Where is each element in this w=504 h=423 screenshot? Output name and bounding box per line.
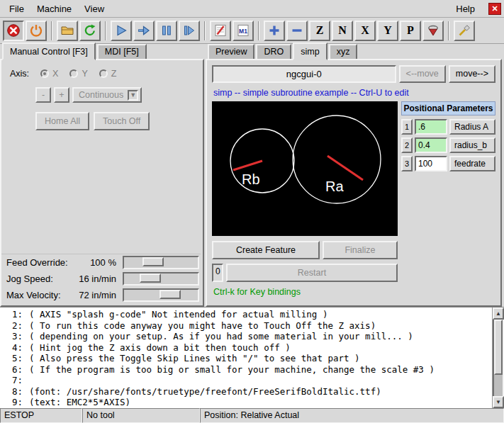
gcode-line[interactable]: 2:( To run this code anyway you might ha… [0,320,492,332]
restart-row: 0 Restart [212,264,398,282]
gcode-line[interactable]: 9:(text: EMC2*5*AXIS) [0,397,492,408]
max-velocity-value: 72 in/min [79,290,116,300]
menu-item-help[interactable]: Help [449,1,481,16]
tab-manual-control[interactable]: Manual Control [F3] [2,43,96,60]
right-panel: Preview DRO simp xyz ngcgui-0 <--move mo… [204,44,504,307]
slider-thumb[interactable] [142,257,164,266]
manual-control-panel: Manual Control [F3] MDI [F5] Axis: X Y Z [0,44,204,307]
ngcgui-name-field[interactable]: ngcgui-0 [212,65,396,83]
feed-override-label: Feed Override: [6,257,68,268]
gcode-line[interactable]: 4:( Hint jog the Z axis down a bit then … [0,342,492,354]
radio-icon [99,69,108,78]
axis-radio-x[interactable]: X [40,69,58,79]
line-text: ( To run this code anyway you might have… [29,320,376,331]
param-value-input[interactable]: 0.4 [415,137,447,153]
zoom-in-icon [267,23,281,38]
param-name-label: feedrate [449,156,495,171]
param-row: 3 100 feedrate [401,156,495,171]
jog-speed-slider[interactable] [123,272,199,286]
max-velocity-slider[interactable] [123,288,199,302]
scroll-down-icon[interactable]: ▼ [493,396,504,408]
machine-power-button[interactable] [26,21,47,41]
move-right-button[interactable]: move--> [449,65,495,83]
view-y-button[interactable]: Y [377,21,398,41]
gcode-listing: 1:( AXIS "splash g-code" Not intended fo… [0,307,504,408]
feed-override-slider[interactable] [123,256,199,269]
line-number: 1: [0,309,23,320]
line-text: ( Also press the Toggle Skip Lines with … [29,353,360,363]
view-x-button[interactable]: X [354,21,376,41]
open-file-button[interactable] [57,21,78,41]
gcode-line[interactable]: 8:(font: /usr/share/fonts/truetype/freef… [0,386,492,397]
touch-off-button[interactable]: Touch Off [94,112,150,130]
estop-button[interactable] [3,21,24,41]
slider-thumb[interactable] [140,273,161,283]
feed-override-value: 100 % [90,257,116,268]
view-perspective-icon: P [407,25,414,36]
scrollbar-trough[interactable] [493,320,504,396]
toolbar-separator [258,21,259,40]
view-z-rotated-button[interactable]: N [332,21,353,41]
scroll-up-icon[interactable]: ▲ [493,308,504,320]
gcode-lines[interactable]: 1:( AXIS "splash g-code" Not intended fo… [0,308,492,408]
axis-radio-z[interactable]: Z [99,69,117,79]
rotate-view-button[interactable] [422,21,444,41]
reload-icon [83,23,97,38]
slider-thumb[interactable] [159,290,181,299]
tab-preview[interactable]: Preview [208,44,254,60]
view-y-icon: Y [383,25,392,36]
tab-mdi[interactable]: MDI [F5] [97,44,147,60]
home-all-button[interactable]: Home All [35,112,89,130]
gcode-line[interactable]: 7: [0,375,492,386]
machine-power-icon [29,23,43,38]
statusbar: ESTOP No tool Position: Relative Actual [0,408,504,423]
gcode-line[interactable]: 1:( AXIS "splash g-code" Not intended fo… [0,309,492,320]
zoom-in-button[interactable] [264,21,285,41]
tab-xyz[interactable]: xyz [329,44,358,60]
run-step-button[interactable] [133,21,155,41]
param-row: 1 .6 Radius A [401,119,495,135]
optional-stop-button[interactable]: M1 [233,21,254,41]
open-file-icon [60,23,74,38]
zoom-out-button[interactable] [286,21,308,41]
jog-minus-button[interactable]: - [35,87,51,103]
pause-button[interactable] [156,21,177,41]
finalize-button[interactable]: Finalize [323,241,398,259]
toggle-skip-lines-button[interactable] [210,21,231,41]
line-number: 5: [0,353,23,364]
move-left-button[interactable]: <--move [399,65,446,83]
stop-button[interactable] [179,21,200,41]
jog-plus-button[interactable]: + [54,87,69,103]
tab-simp[interactable]: simp [293,43,327,60]
axis-radio-y[interactable]: Y [69,69,87,79]
status-tool: No tool [82,408,200,423]
menu-item-view[interactable]: View [78,1,111,16]
param-value-input[interactable]: .6 [415,119,447,135]
line-text: ( Hint jog the Z axis down a bit then to… [29,342,291,353]
axis-z-label: Z [111,69,117,79]
view-perspective-button[interactable]: P [400,21,421,41]
run-button[interactable] [111,21,132,41]
line-number: 8: [0,386,23,397]
menu-item-machine[interactable]: Machine [30,1,78,16]
create-feature-button[interactable]: Create Feature [212,241,320,259]
home-row: Home All Touch Off [35,112,203,130]
menu-item-file[interactable]: File [3,1,30,16]
reload-button[interactable] [79,21,101,41]
clear-plot-button[interactable] [454,21,475,41]
gcode-line[interactable]: 6:( If the program is too big or small f… [0,364,492,376]
vertical-scrollbar[interactable]: ▲ ▼ [492,308,504,408]
subroutine-description: simp -- simple subroutine example -- Ctr… [213,88,495,98]
gcode-line[interactable]: 5:( Also press the Toggle Skip Lines wit… [0,353,492,364]
jog-mode-select[interactable]: Continuous ▼ [72,87,142,103]
preview-canvas[interactable]: Rb Ra [212,101,398,236]
tab-dro[interactable]: DRO [256,44,291,60]
restart-button[interactable]: Restart [226,264,398,282]
view-z-button[interactable]: Z [309,21,330,41]
scrollbar-thumb[interactable] [494,320,503,375]
parameters-header: Positional Parameters [401,101,495,115]
gcode-line[interactable]: 3:( depending on your setup. As if you h… [0,331,492,342]
param-value-input[interactable]: 100 [415,156,447,171]
line-number: 7: [0,375,23,386]
close-button[interactable]: ✕ [488,3,501,15]
